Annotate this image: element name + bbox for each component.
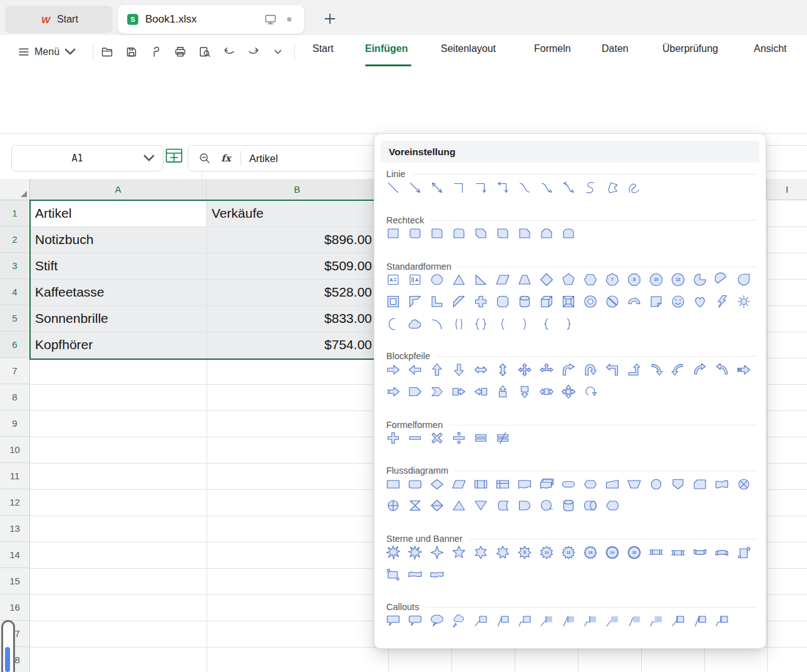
- shape-line-callout-2-accent[interactable]: [560, 613, 577, 629]
- scroll-thumb[interactable]: [5, 647, 10, 672]
- shape-round-diagonal-corners[interactable]: [495, 225, 511, 242]
- shape-direct-access-storage[interactable]: [582, 497, 599, 514]
- cell-B4[interactable]: $528.00: [212, 279, 372, 305]
- shape-right-triangle[interactable]: [473, 272, 489, 288]
- shape-collate[interactable]: [407, 497, 423, 514]
- new-tab-button[interactable]: [321, 10, 339, 28]
- shape-snip-one-corner[interactable]: [517, 225, 533, 242]
- shape-right-arrow[interactable]: [385, 362, 401, 378]
- shape-sun[interactable]: [736, 293, 752, 310]
- shape-line-callout-1-no-border[interactable]: [604, 613, 620, 629]
- shape-bevel[interactable]: [560, 293, 577, 310]
- shape-left-right-up-arrow[interactable]: [538, 362, 555, 378]
- shape-u-turn-arrow[interactable]: [582, 362, 599, 378]
- shape-decagon[interactable]: 10: [648, 272, 664, 288]
- cell-A6[interactable]: Kopfhörer: [35, 332, 203, 358]
- menu-button[interactable]: Menü: [18, 43, 76, 61]
- shape-connector[interactable]: [648, 476, 664, 492]
- shape-line-callout-1-accent[interactable]: [538, 613, 555, 629]
- row-header-13[interactable]: 13: [0, 516, 30, 542]
- shape-snip-two-corners-top[interactable]: [538, 225, 555, 242]
- row-header-3[interactable]: 3: [0, 253, 30, 279]
- row-header-2[interactable]: 2: [0, 227, 30, 253]
- shape-line-callout-3-border-accent[interactable]: [714, 613, 730, 629]
- shape-ellipse[interactable]: [429, 272, 445, 288]
- shape-curved-ribbon-down[interactable]: [692, 544, 708, 561]
- shape-minus[interactable]: [407, 430, 423, 446]
- cell-A2[interactable]: Notizbuch: [35, 227, 203, 253]
- shape-alternate-process[interactable]: [407, 476, 423, 492]
- shape-down-arrow[interactable]: [451, 362, 467, 378]
- shape-ribbon-up[interactable]: [670, 544, 686, 561]
- shape-curved-up-arrow[interactable]: [692, 362, 708, 378]
- shape-circular-arrow[interactable]: [582, 384, 599, 400]
- shape-vertical-scroll[interactable]: [736, 544, 752, 561]
- shape-double-wave[interactable]: [429, 566, 445, 583]
- ribbon-tab-daten[interactable]: Daten: [602, 43, 629, 54]
- shape-vertical-text-box[interactable]: A: [407, 272, 423, 288]
- print-preview-icon[interactable]: [197, 44, 212, 59]
- shape-left-arrow[interactable]: [407, 362, 423, 378]
- shape-oval-callout[interactable]: [429, 613, 445, 629]
- shape-double-arrow[interactable]: [429, 180, 445, 196]
- shape-plus[interactable]: [385, 430, 401, 446]
- cell-A1[interactable]: Artikel: [35, 200, 203, 227]
- shape-trapezoid[interactable]: [517, 272, 533, 288]
- shape-curved-ribbon-up[interactable]: [714, 544, 730, 561]
- shape-multiply[interactable]: [429, 430, 445, 446]
- name-box[interactable]: A1: [11, 145, 163, 171]
- shape-rounded-rectangle[interactable]: [407, 225, 423, 242]
- shape-moon[interactable]: [385, 316, 401, 332]
- shape-summing-junction[interactable]: [736, 476, 752, 492]
- shape-curved-left-arrow[interactable]: [670, 362, 686, 378]
- shape-pie[interactable]: [692, 272, 708, 288]
- save-icon[interactable]: [124, 44, 139, 59]
- shape-divide[interactable]: [451, 430, 467, 446]
- shape-chord[interactable]: [714, 272, 730, 288]
- shape-elbow[interactable]: [451, 180, 467, 196]
- shape-right-brace[interactable]: [560, 316, 577, 332]
- shape-half-frame[interactable]: [407, 293, 423, 310]
- shape-process[interactable]: [385, 476, 401, 492]
- shape-star-5[interactable]: [451, 544, 467, 561]
- shape-line-callout-3[interactable]: [517, 613, 533, 629]
- shape-line-callout-1-border-accent[interactable]: [670, 613, 686, 629]
- row-header-16[interactable]: 16: [0, 594, 30, 621]
- chevron-down-icon[interactable]: [270, 44, 285, 59]
- row-header-5[interactable]: 5: [0, 305, 30, 332]
- shape-rect-callout[interactable]: [385, 613, 401, 629]
- shape-scribble[interactable]: [626, 180, 642, 196]
- row-header-10[interactable]: 10: [0, 437, 30, 463]
- tab-start[interactable]: W Start: [5, 6, 113, 33]
- shape-merge[interactable]: [473, 497, 489, 514]
- shape-bent-up-arrow[interactable]: [626, 362, 642, 378]
- shape-pentagon[interactable]: [560, 272, 577, 288]
- shape-cube[interactable]: [538, 293, 555, 310]
- shape-document[interactable]: [517, 476, 533, 492]
- shape-donut[interactable]: [582, 293, 599, 310]
- row-header-6[interactable]: 6: [0, 332, 30, 358]
- row-header-8[interactable]: 8: [0, 384, 30, 410]
- shape-bent-arrow[interactable]: [560, 362, 577, 378]
- shape-diamond[interactable]: [538, 272, 555, 288]
- shape-curved-arrow[interactable]: [538, 180, 555, 196]
- shape-manual-operation[interactable]: [626, 476, 642, 492]
- shape-left-brace[interactable]: [538, 316, 555, 332]
- shape-round-one-corner[interactable]: [429, 225, 445, 242]
- shape-cloud[interactable]: [407, 316, 423, 332]
- shape-left-bracket[interactable]: [495, 316, 511, 332]
- column-header-A[interactable]: A: [30, 179, 207, 200]
- cell-A5[interactable]: Sonnenbrille: [35, 305, 203, 332]
- shape-elbow-arrow[interactable]: [473, 180, 489, 196]
- shape-curve[interactable]: [517, 180, 533, 196]
- shape-decision[interactable]: [429, 476, 445, 492]
- shape-pentagon-arrow[interactable]: [407, 384, 423, 400]
- shape-frame[interactable]: [385, 293, 401, 310]
- column-header-I[interactable]: I: [767, 179, 807, 200]
- cell-B6[interactable]: $754.00: [212, 332, 372, 358]
- shape-double-bracket[interactable]: [451, 316, 467, 332]
- cell-B5[interactable]: $833.00: [212, 305, 372, 332]
- cell-B2[interactable]: $896.00: [212, 227, 372, 253]
- shape-cloud-callout[interactable]: [451, 613, 467, 629]
- shape-up-arrow-callout[interactable]: [495, 384, 511, 400]
